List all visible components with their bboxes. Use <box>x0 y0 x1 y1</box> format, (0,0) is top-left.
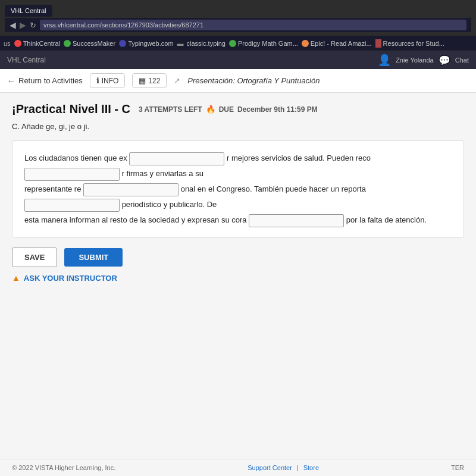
exercise-box: Los ciudadanos tienen que ex r mejores s… <box>12 140 464 238</box>
attempts-label: 3 ATTEMPTS LEFT <box>139 105 202 114</box>
store-link[interactable]: Store <box>303 464 319 471</box>
browser-chrome: VHL Central ◀ ▶ ↻ <box>0 0 476 36</box>
submit-button[interactable]: SUBMIT <box>64 248 123 267</box>
bookmark-thinkcentral[interactable]: ThinkCentral <box>14 40 60 47</box>
exercise-header: ¡Practica! Nivel III - C 3 ATTEMPTS LEFT… <box>12 102 464 116</box>
support-center-link[interactable]: Support Center <box>248 464 292 471</box>
chat-icon[interactable]: 💬 <box>439 55 450 66</box>
save-button[interactable]: SAVE <box>12 248 57 267</box>
info-label: INFO <box>102 77 119 85</box>
bookmark-classic-typing[interactable]: ▬ classic.typing <box>177 40 226 47</box>
exercise-meta: 3 ATTEMPTS LEFT 🔥 DUE December 9th 11:59… <box>139 105 318 114</box>
browser-tabs: VHL Central <box>5 4 471 17</box>
blank-2[interactable] <box>24 168 120 181</box>
bookmarks-label: us <box>4 40 11 47</box>
bookmark-resources[interactable]: Resources for Stud... <box>375 39 444 48</box>
page-label: 122 <box>148 77 160 85</box>
bookmark-icon <box>375 39 381 48</box>
text-segment-3: r firmas y enviarlas a su <box>122 169 203 178</box>
ask-instructor-button[interactable]: ▲ ASK YOUR INSTRUCTOR <box>12 273 464 283</box>
page-icon: ▦ <box>139 76 146 85</box>
nav-bar: ← Return to Activities ℹ INFO ▦ 122 ↗ Pr… <box>0 69 476 93</box>
due-label: DUE <box>219 105 234 114</box>
bookmark-icon <box>229 40 236 47</box>
title-text: ¡Practica! Nivel III - C <box>12 102 130 116</box>
tab-label: VHL Central <box>11 7 46 14</box>
footer-links: Support Center | Store <box>248 464 319 471</box>
blank-4-input[interactable] <box>27 201 117 213</box>
terms-label: TER <box>451 464 464 471</box>
address-bar: ◀ ▶ ↻ <box>5 18 471 32</box>
bookmark-label: classic.typing <box>187 40 226 47</box>
app-header: VHL Central 👤 Znie Yolanda 💬 Chat <box>0 51 476 69</box>
page-button[interactable]: ▦ 122 <box>132 73 167 88</box>
bookmark-icon <box>14 40 21 47</box>
blank-1-input[interactable] <box>132 155 221 167</box>
forward-icon[interactable]: ▶ <box>20 20 26 30</box>
warning-icon: ▲ <box>12 273 20 283</box>
instruction-text: C. Añade ge, gi, je o ji. <box>12 122 464 131</box>
bookmark-label: Resources for Stud... <box>383 40 444 47</box>
bookmark-icon <box>64 40 71 47</box>
footer: © 2022 VISTA Higher Learning, Inc. Suppo… <box>0 459 476 476</box>
text-segment-8: por la falta de atención. <box>346 215 427 224</box>
blank-5-input[interactable] <box>252 217 341 228</box>
bookmark-successmaker[interactable]: SuccessMaker <box>64 40 115 47</box>
blank-3[interactable] <box>83 183 178 196</box>
app-brand: VHL Central <box>7 56 46 64</box>
return-label: Return to Activities <box>18 76 83 85</box>
back-icon[interactable]: ◀ <box>10 20 16 30</box>
text-segment-6: periodístico y publicarlo. De <box>122 200 217 209</box>
text-segment-1: Los ciudadanos tienen que ex <box>24 154 127 162</box>
main-content: ¡Practica! Nivel III - C 3 ATTEMPTS LEFT… <box>0 93 476 476</box>
app-header-right: 👤 Znie Yolanda 💬 Chat <box>378 54 469 67</box>
user-avatar-icon: 👤 <box>378 54 391 67</box>
blank-1[interactable] <box>129 152 224 165</box>
blank-5[interactable] <box>249 214 344 227</box>
chat-label: Chat <box>455 57 469 64</box>
bookmark-label: Epic! - Read Amazi... <box>311 40 372 47</box>
blank-3-input[interactable] <box>86 186 176 198</box>
exercise-title: ¡Practica! Nivel III - C 3 ATTEMPTS LEFT… <box>12 102 464 116</box>
bookmark-typingweb[interactable]: Typingweb.com <box>119 40 173 47</box>
blank-4[interactable] <box>24 199 120 212</box>
nav-separator: ↗ <box>174 76 180 85</box>
activity-title: Presentación: Ortografía Y Puntuación <box>187 76 320 85</box>
bookmark-prodigy[interactable]: Prodigy Math Gam... <box>229 40 298 47</box>
bookmark-label: SuccessMaker <box>73 40 115 47</box>
left-arrow-icon: ← <box>7 76 15 86</box>
user-name: Znie Yolanda <box>396 57 434 64</box>
blank-2-input[interactable] <box>27 170 117 182</box>
text-segment-5: onal en el Congreso. También puede hacer… <box>181 184 366 193</box>
bookmarks-bar: us ThinkCentral SuccessMaker Typingweb.c… <box>0 36 476 51</box>
ask-instructor-label: ASK YOUR INSTRUCTOR <box>24 274 117 283</box>
bookmark-epic[interactable]: Epic! - Read Amazi... <box>302 40 372 47</box>
return-to-activities-button[interactable]: ← Return to Activities <box>7 76 83 86</box>
bookmark-icon <box>302 40 309 47</box>
info-icon: ℹ <box>96 76 99 85</box>
due-date: December 9th 11:59 PM <box>237 105 318 114</box>
bookmark-icon: ▬ <box>177 40 184 47</box>
app-wrapper: VHL Central 👤 Znie Yolanda 💬 Chat ← Retu… <box>0 51 476 476</box>
footer-copyright: © 2022 VISTA Higher Learning, Inc. <box>12 464 115 471</box>
flame-icon: 🔥 <box>206 105 215 114</box>
info-button[interactable]: ℹ INFO <box>90 73 126 88</box>
active-tab[interactable]: VHL Central <box>5 5 52 17</box>
text-segment-7: esta manera informan al resto de la soci… <box>24 215 247 224</box>
bookmark-icon <box>119 40 126 47</box>
action-buttons: SAVE SUBMIT <box>12 248 464 267</box>
address-input[interactable] <box>40 20 466 30</box>
bookmark-label: ThinkCentral <box>23 40 60 47</box>
refresh-icon[interactable]: ↻ <box>30 21 36 30</box>
bookmark-label: Typingweb.com <box>128 40 173 47</box>
footer-separator: | <box>297 464 299 471</box>
text-segment-4: representante re <box>24 184 81 193</box>
brand-label: VHL Central <box>7 56 46 64</box>
bookmark-label: Prodigy Math Gam... <box>238 40 298 47</box>
text-segment-2: r mejores servicios de salud. Pueden rec… <box>227 154 371 162</box>
